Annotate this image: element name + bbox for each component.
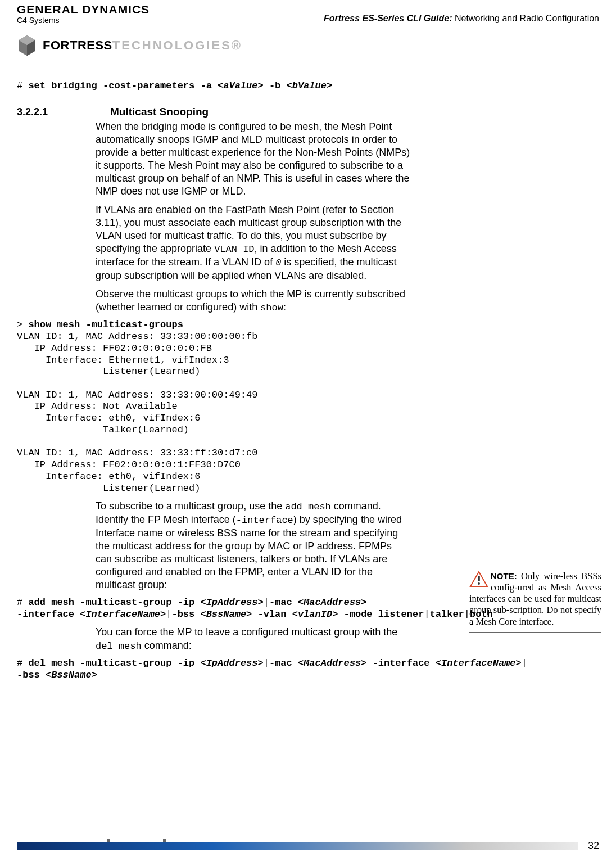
note-text: Only wire-less BSSs config-ured as Mesh … [469,571,601,627]
doc-title-bold: Fortress ES-Series CLI Guide: [324,13,452,23]
cli-arg: <MacAddress> [298,658,366,669]
cli-cmd: -b [264,80,287,91]
cli-cmd: -vlan [252,609,292,620]
cli-arg: <vlanID> [292,609,338,620]
note-box: NOTE: Only wire-less BSSs config-ured as… [469,571,601,633]
pipe: | [264,658,269,669]
footer-dot [163,839,166,842]
pipe: | [522,658,527,669]
hex-icon [17,34,37,57]
paragraph: Observe the multicast groups to which th… [96,288,410,314]
cli-arg: <aValue> [218,80,264,91]
paragraph: To subscribe to a multicast group, use t… [96,500,410,591]
inline-code: del mesh [96,641,142,652]
cli-arg: <BssName> [200,609,252,620]
fortress-word-light: TECHNOLOGIES® [112,38,242,52]
text: To subscribe to a multicast group, use t… [96,500,285,512]
fortress-word-bold: FORTRESS [43,38,112,52]
note-divider [469,632,601,633]
page-number: 32 [588,840,599,852]
inline-code: VLAN ID [214,244,254,255]
fortress-logo: FORTRESSTECHNOLOGIES® [17,34,599,57]
cli-prompt: # [17,658,28,669]
cli-cmd: -bss [17,670,46,680]
svg-rect-4 [478,576,480,581]
cli-arg: <BssName> [46,670,97,680]
cli-show-output: > show mesh -multicast-groups VLAN ID: 1… [17,319,599,494]
cli-arg: <IpAddress> [200,597,263,608]
body-column: You can force the MP to leave a configur… [96,626,410,652]
inline-code: show [260,302,283,313]
cli-arg: <IpAddress> [200,658,263,669]
doc-title: Fortress ES-Series CLI Guide: Networking… [324,13,599,24]
body-column: When the bridging mode is configured to … [96,120,410,314]
text: You can force the MP to leave a configur… [96,626,397,638]
cli-set-bridging: # set bridging -cost-parameters -a <aVal… [17,80,599,92]
cli-prompt: > [17,319,28,330]
pipe: | [264,597,269,608]
cli-prompt: # [17,597,28,608]
gd-logo-line1: GENERAL DYNAMICS [17,3,150,15]
footer-dot [107,839,110,842]
cli-cmd: show mesh -multicast-groups [28,319,183,330]
doc-title-rest: Networking and Radio Configuration [452,13,599,23]
cli-cmd: -bss [171,609,200,620]
text: Observe the multicast groups to which th… [96,288,405,313]
text: command: [142,640,192,651]
paragraph: When the bridging mode is configured to … [96,120,410,198]
header: GENERAL DYNAMICS C4 Systems Fortress ES-… [17,0,599,24]
section-heading: 3.2.2.1 Multicast Snooping [17,106,599,118]
inline-code: add mesh [285,502,331,512]
gd-logo-line2: C4 Systems [17,16,150,24]
cli-cmd: talker [430,609,464,620]
inline-code: -interface [236,515,293,526]
text: : [283,301,286,313]
cli-cmd: -mac [269,658,298,669]
cli-cmd: set bridging -cost-parameters -a [28,80,218,91]
section-title: Multicast Snooping [110,106,209,118]
paragraph: You can force the MP to leave a configur… [96,626,410,652]
cli-arg: <MacAddress> [298,597,366,608]
section-number: 3.2.2.1 [17,106,79,118]
cli-arg: <InterfaceName> [80,609,166,620]
body-column: To subscribe to a multicast group, use t… [96,500,410,591]
cli-output: VLAN ID: 1, MAC Address: 33:33:00:00:00:… [17,331,257,494]
cli-cmd: add mesh -multicast-group -ip [28,597,200,608]
fortress-wordmark: FORTRESSTECHNOLOGIES® [43,38,242,53]
note-label: NOTE: [491,571,517,581]
footer-bar [17,842,578,850]
cli-prompt: # [17,80,28,91]
svg-point-5 [478,582,480,585]
cli-cmd: -interface [366,658,435,669]
footer: 32 [17,838,599,854]
cli-cmd: -mac [269,597,298,608]
cli-del-mesh: # del mesh -multicast-group -ip <IpAddre… [17,658,599,681]
inline-code: 0 [275,258,281,268]
cli-arg: <bValue> [287,80,333,91]
gd-logo: GENERAL DYNAMICS C4 Systems [17,3,150,24]
cli-cmd: -mode listener [338,609,424,620]
cli-cmd: -interface [17,609,80,620]
pipe: | [166,609,171,620]
paragraph: If VLANs are enabled on the FastPath Mes… [96,204,410,282]
cli-arg: <InterfaceName> [436,658,522,669]
page: GENERAL DYNAMICS C4 Systems Fortress ES-… [0,0,616,858]
cli-cmd: del mesh -multicast-group -ip [28,658,200,669]
warning-triangle-icon [469,571,488,588]
pipe: | [424,609,429,620]
